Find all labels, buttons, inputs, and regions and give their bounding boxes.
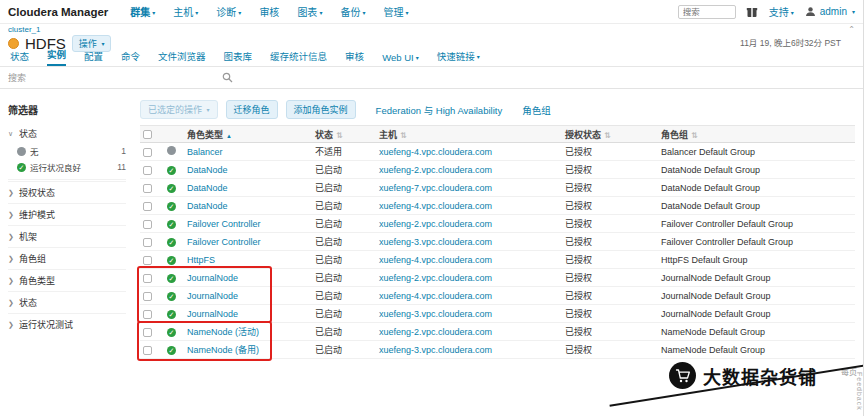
nav-menu-clusters[interactable]: 群集▾ [130, 4, 155, 19]
role-groups-link[interactable]: 角色组 [522, 103, 551, 117]
sort-icon[interactable]: ⇅ [691, 131, 698, 140]
role-type-link[interactable]: JournalNode [187, 273, 238, 283]
table-row: ✓NameNode (活动)已启动xuefeng-2.vpc.cloudera.… [140, 323, 855, 341]
filter-section-rack[interactable]: ❯机架 [8, 225, 126, 247]
host-cell: xuefeng-3.vpc.cloudera.com [376, 237, 562, 247]
chevron-down-icon: ▾ [195, 10, 198, 16]
tab-quick-links[interactable]: 快速链接▾ [437, 49, 480, 66]
role-type-link[interactable]: DataNode [187, 165, 228, 175]
sort-icon[interactable]: ⇅ [336, 131, 343, 140]
host-link[interactable]: xuefeng-7.vpc.cloudera.com [379, 183, 492, 193]
col-state[interactable]: 状态⇅ [312, 128, 376, 141]
host-link[interactable]: xuefeng-2.vpc.cloudera.com [379, 273, 492, 283]
role-type-cell: Failover Controller [184, 237, 312, 247]
brand-logo[interactable]: Cloudera Manager [8, 6, 108, 18]
filter-section-maintenance-mode[interactable]: ❯维护模式 [8, 203, 126, 225]
host-link[interactable]: xuefeng-3.vpc.cloudera.com [379, 309, 492, 319]
host-link[interactable]: xuefeng-4.vpc.cloudera.com [379, 201, 492, 211]
host-link[interactable]: xuefeng-4.vpc.cloudera.com [379, 147, 492, 157]
role-type-link[interactable]: Failover Controller [187, 237, 261, 247]
breadcrumb[interactable]: cluster_1 [8, 25, 855, 34]
filter-search-input[interactable] [0, 68, 222, 88]
role-type-link[interactable]: NameNode (活动) [187, 327, 259, 337]
row-health-cell: ✓ [164, 201, 184, 211]
role-type-link[interactable]: HttpFS [187, 255, 215, 265]
state-cell: 已启动 [312, 271, 376, 284]
role-type-link[interactable]: Failover Controller [187, 219, 261, 229]
nav-menu-backup[interactable]: 备份▾ [340, 4, 365, 19]
filter-section-state[interactable]: ❯状态 [8, 291, 126, 313]
status-filter-item[interactable]: 无1 [8, 143, 126, 159]
filter-section-role-group[interactable]: ❯角色组 [8, 247, 126, 269]
nav-menu-hosts[interactable]: 主机▾ [173, 4, 198, 19]
tab-instances[interactable]: 实例 [47, 47, 66, 66]
tab-commands[interactable]: 命令 [121, 49, 140, 66]
tab-status[interactable]: 状态 [10, 49, 29, 66]
row-checkbox-cell [140, 182, 164, 192]
select-all-checkbox[interactable] [143, 130, 152, 139]
host-cell: xuefeng-7.vpc.cloudera.com [376, 183, 562, 193]
add-role-instances-button[interactable]: 添加角色实例 [286, 100, 356, 119]
feedback-tab[interactable]: Feedback [856, 372, 863, 411]
support-menu[interactable]: 支持▾ [769, 4, 794, 19]
row-checkbox[interactable] [143, 292, 152, 301]
watermark: 大数据杂货铺 [669, 362, 817, 389]
tab-configuration[interactable]: 配置 [84, 49, 103, 66]
federation-ha-link[interactable]: Federation 与 High Availability [376, 103, 503, 117]
status-filter-item[interactable]: ✓运行状况良好11 [8, 159, 126, 175]
migrate-roles-button[interactable]: 迁移角色 [226, 100, 278, 119]
row-checkbox[interactable] [143, 166, 152, 175]
row-checkbox[interactable] [143, 328, 152, 337]
row-checkbox[interactable] [143, 148, 152, 157]
row-checkbox[interactable] [143, 220, 152, 229]
row-checkbox[interactable] [143, 346, 152, 355]
row-checkbox[interactable] [143, 184, 152, 193]
nav-menu-charts[interactable]: 图表▾ [297, 4, 322, 19]
user-menu[interactable]: admin ▾ [804, 5, 855, 18]
filter-section-commission-state[interactable]: ❯授权状态 [8, 181, 126, 203]
filter-section-role-type[interactable]: ❯角色类型 [8, 269, 126, 291]
role-type-link[interactable]: DataNode [187, 201, 228, 211]
sort-icon[interactable]: ⇅ [604, 131, 611, 140]
chevron-up-icon[interactable]: ⌃ [848, 25, 855, 34]
selected-actions-button[interactable]: 已选定的操作 ▾ [140, 100, 218, 119]
col-role-type[interactable]: 角色类型▲ [184, 128, 312, 141]
parcel-icon[interactable] [746, 5, 759, 18]
sort-icon[interactable]: ⇅ [400, 131, 407, 140]
host-link[interactable]: xuefeng-3.vpc.cloudera.com [379, 345, 492, 355]
col-host[interactable]: 主机⇅ [376, 128, 562, 141]
host-link[interactable]: xuefeng-2.vpc.cloudera.com [379, 165, 492, 175]
role-type-link[interactable]: NameNode (备用) [187, 345, 259, 355]
host-link[interactable]: xuefeng-4.vpc.cloudera.com [379, 255, 492, 265]
row-checkbox[interactable] [143, 256, 152, 265]
search-icon[interactable] [222, 72, 234, 84]
row-checkbox[interactable] [143, 202, 152, 211]
host-link[interactable]: xuefeng-3.vpc.cloudera.com [379, 237, 492, 247]
col-role-group[interactable]: 角色组⇅ [658, 128, 855, 141]
col-commission-state[interactable]: 授权状态⇅ [562, 128, 658, 141]
host-link[interactable]: xuefeng-2.vpc.cloudera.com [379, 327, 492, 337]
tab-file-browser[interactable]: 文件浏览器 [158, 49, 206, 66]
filter-group-status[interactable]: ∨ 状态 [8, 124, 126, 143]
role-type-link[interactable]: DataNode [187, 183, 228, 193]
tab-cache-statistics[interactable]: 缓存统计信息 [270, 49, 327, 66]
nav-menu-administration[interactable]: 管理▾ [383, 4, 408, 19]
row-checkbox[interactable] [143, 310, 152, 319]
sort-ascending-icon[interactable]: ▲ [226, 133, 232, 139]
role-type-link[interactable]: JournalNode [187, 309, 238, 319]
nav-menu-diagnostics[interactable]: 诊断▾ [216, 4, 241, 19]
column-label: 授权状态 [565, 130, 601, 140]
host-link[interactable]: xuefeng-4.vpc.cloudera.com [379, 291, 492, 301]
health-good-icon: ✓ [167, 184, 176, 193]
global-search-input[interactable] [678, 5, 736, 19]
tab-charts-library[interactable]: 图表库 [224, 49, 253, 66]
row-checkbox[interactable] [143, 238, 152, 247]
role-type-link[interactable]: JournalNode [187, 291, 238, 301]
tab-web-ui[interactable]: Web UI▾ [382, 52, 419, 66]
tab-audits[interactable]: 审核 [345, 49, 364, 66]
role-type-link[interactable]: Balancer [187, 147, 223, 157]
filter-section-health-test[interactable]: ❯运行状况测试 [8, 313, 126, 335]
nav-menu-audits[interactable]: 审核 [259, 4, 279, 19]
host-link[interactable]: xuefeng-2.vpc.cloudera.com [379, 219, 492, 229]
row-checkbox[interactable] [143, 274, 152, 283]
